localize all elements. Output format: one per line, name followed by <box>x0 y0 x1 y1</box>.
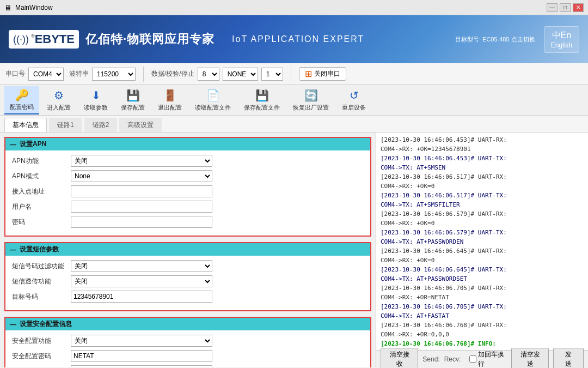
sms-header: 设置短信参数 <box>5 243 370 256</box>
port-select[interactable]: COM4 <box>28 68 64 81</box>
log-line: [2023-10-30 16:46:06.517]# UART-TX:COM4-… <box>381 191 584 209</box>
sms-target-row: 目标号码 <box>12 291 364 303</box>
apn-title: 设置APN <box>20 140 46 149</box>
target-model[interactable]: 目标型号: EC05-485 点击切换 <box>455 35 535 44</box>
apn-func-row: APN功能 关闭 <box>12 155 364 167</box>
read-file-btn[interactable]: 📄 读取配置文件 <box>189 87 236 114</box>
save-file-btn[interactable]: 💾 保存配置文件 <box>238 87 285 114</box>
stop-select[interactable]: 1 <box>261 68 283 81</box>
log-line: [2023-10-30 16:46:06.453]# UART-RX:COM4-… <box>381 136 584 154</box>
sms-relay-select[interactable]: 关闭 <box>71 275 212 287</box>
enter-config-btn[interactable]: ⚙ 进入配置 <box>41 87 76 114</box>
sms-relay-row: 短信透传功能 关闭 <box>12 275 364 287</box>
clear-send-btn[interactable]: 清空发送 <box>511 348 549 369</box>
sms-relay-label: 短信透传功能 <box>12 277 66 286</box>
logo-box: ((·)) ® EBYTE <box>9 30 79 49</box>
lang-text: English <box>551 41 572 49</box>
restore-btn[interactable]: 🔄 恢复出厂设置 <box>287 87 334 114</box>
apn-user-label: 用户名 <box>12 202 66 212</box>
sms-target-label: 目标号码 <box>12 292 66 301</box>
window-title: MainWindow <box>15 4 53 11</box>
read-params-btn[interactable]: ⬇ 读取参数 <box>78 87 113 114</box>
apn-func-select[interactable]: 关闭 <box>71 155 212 167</box>
save-config-label: 保存配置 <box>121 104 145 112</box>
log-line: [2023-10-30 16:46:06.453]# UART-TX:COM4-… <box>381 154 584 172</box>
secure-func-label: 安全配置功能 <box>12 336 66 346</box>
close-btn[interactable]: ✕ <box>573 3 584 12</box>
config-pwd-btn[interactable]: 🔑 配置密码 <box>4 86 39 114</box>
apn-addr-input[interactable] <box>71 185 212 197</box>
loop-check-input[interactable] <box>469 355 476 363</box>
brand-title: 亿佰特·物联网应用专家 <box>85 31 215 47</box>
fast-serial-select[interactable]: 关闭 <box>71 365 212 367</box>
registered-mark: ® <box>31 33 35 39</box>
apn-pwd-input[interactable] <box>71 216 212 228</box>
apn-pwd-row: 密码 <box>12 216 364 228</box>
minimize-btn[interactable]: — <box>547 3 558 12</box>
maximize-btn[interactable]: □ <box>560 3 571 12</box>
restart-btn[interactable]: ↺ 重启设备 <box>336 87 371 114</box>
exit-config-label: 退出配置 <box>158 104 182 112</box>
data-group: 数据/校验/停止 8 NONE 1 <box>151 68 283 81</box>
secure-title: 设置安全配置信息 <box>20 319 72 329</box>
save-config-btn[interactable]: 💾 保存配置 <box>115 87 150 114</box>
apn-pwd-label: 密码 <box>12 218 66 227</box>
exit-config-icon: 🚪 <box>163 89 177 102</box>
sms-filter-select[interactable]: 关闭 <box>71 260 212 272</box>
enter-config-icon: ⚙ <box>54 89 64 102</box>
title-bar-controls: — □ ✕ <box>547 3 584 12</box>
enter-config-label: 进入配置 <box>47 104 71 112</box>
apn-body: APN功能 关闭 APN模式 None 接入点地址 用户名 <box>5 150 370 236</box>
log-bottom-bar: 清空接收 Send: Recv: 加回车换行 清空发送 发送 <box>376 350 588 367</box>
restore-icon: 🔄 <box>304 89 318 102</box>
apn-mode-select[interactable]: None <box>71 170 212 182</box>
close-port-btn[interactable]: ⊞ 关闭串口 <box>299 67 346 81</box>
apn-addr-row: 接入点地址 <box>12 185 364 197</box>
title-bar: 🖥 MainWindow — □ ✕ <box>0 0 588 15</box>
recv-label: Recv: <box>444 355 461 363</box>
log-line: [2023-10-30 16:46:06.705]# UART-TX:COM4-… <box>381 303 584 321</box>
header-left: ((·)) ® EBYTE 亿佰特·物联网应用专家 IoT APPLICATIO… <box>9 30 364 49</box>
tab-basic[interactable]: 基本信息 <box>4 118 47 132</box>
port-label: 串口号 <box>5 69 25 79</box>
save-file-icon: 💾 <box>255 89 269 102</box>
baud-group: 波特率 115200 <box>69 68 136 81</box>
log-line: [2023-10-30 16:46:06.705]# UART-RX:COM4-… <box>381 284 584 302</box>
target-label: 目标型号: EC05-485 点击切换 <box>455 35 535 44</box>
secure-pwd-input[interactable] <box>71 350 212 362</box>
apn-header: 设置APN <box>5 138 370 150</box>
clear-recv-btn[interactable]: 清空接收 <box>381 348 418 369</box>
tab-link2[interactable]: 链路2 <box>84 118 118 132</box>
restore-label: 恢复出厂设置 <box>293 104 329 112</box>
parity-select[interactable]: NONE <box>223 68 258 81</box>
tab-advanced[interactable]: 高级设置 <box>119 118 162 132</box>
sms-target-input[interactable] <box>71 291 212 303</box>
exit-config-btn[interactable]: 🚪 退出配置 <box>152 87 187 114</box>
secure-func-select[interactable]: 关闭 <box>71 335 212 347</box>
data-select[interactable]: 8 <box>198 68 219 81</box>
sep1 <box>143 67 144 82</box>
send-label: Send: <box>422 355 439 363</box>
apn-user-input[interactable] <box>71 201 212 213</box>
secure-func-row: 安全配置功能 关闭 <box>12 335 364 347</box>
sms-section: 设置短信参数 短信号码过滤功能 关闭 短信透传功能 关闭 目标号码 <box>4 242 371 311</box>
send-btn[interactable]: 发送 <box>553 348 584 369</box>
log-area: [2023-10-30 16:46:06.453]# UART-RX:COM4-… <box>376 132 588 350</box>
read-file-label: 读取配置文件 <box>195 104 231 112</box>
baud-select[interactable]: 115200 <box>92 68 136 81</box>
log-line: [2023-10-30 16:46:06.645]# UART-RX:COM4-… <box>381 247 584 265</box>
sms-filter-label: 短信号码过滤功能 <box>12 262 66 271</box>
nav-tabs: 基本信息 链路1 链路2 高级设置 <box>0 116 588 132</box>
language-btn[interactable]: 中En English <box>544 26 579 53</box>
read-params-icon: ⬇ <box>91 89 101 102</box>
config-pwd-icon: 🔑 <box>15 88 29 101</box>
restart-icon: ↺ <box>350 89 359 102</box>
secure-section: 设置安全配置信息 安全配置功能 关闭 安全配置密码 快速串口AT 关闭 <box>4 317 371 367</box>
tab-link1[interactable]: 链路1 <box>49 118 82 132</box>
signal-icon: ((·)) <box>13 34 29 45</box>
save-file-label: 保存配置文件 <box>244 104 280 112</box>
logo-text: EBYTE <box>35 32 75 46</box>
loop-checkbox[interactable]: 加回车换行 <box>469 350 507 369</box>
header: ((·)) ® EBYTE 亿佰特·物联网应用专家 IoT APPLICATIO… <box>0 15 588 63</box>
data-label: 数据/校验/停止 <box>151 69 194 79</box>
